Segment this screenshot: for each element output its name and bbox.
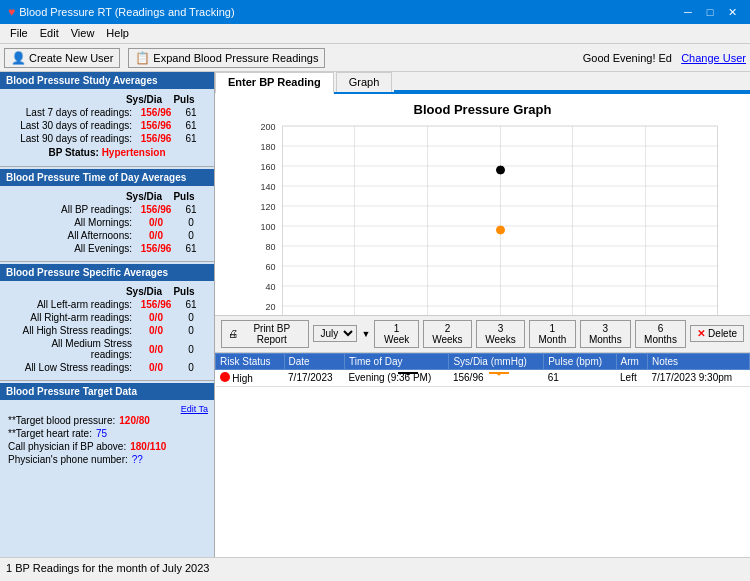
table-header-row: Risk Status Date Time of Day Sys/Dia (mm… — [216, 353, 750, 369]
svg-text:140: 140 — [260, 182, 275, 192]
create-new-user-button[interactable]: 👤 Create New User — [4, 48, 120, 68]
menu-help[interactable]: Help — [100, 26, 135, 41]
medium-stress-row: All Medium Stress readings: 0/0 0 — [6, 337, 208, 361]
tabs-bar: Enter BP Reading Graph — [215, 72, 750, 94]
graph-area: Blood Pressure Graph — [215, 94, 750, 315]
title-bar-controls: ─ □ ✕ — [678, 3, 742, 21]
svg-point-36 — [497, 166, 505, 174]
time-of-day-cell: Evening (9:36 PM) — [344, 369, 449, 386]
expand-icon: 📋 — [135, 51, 150, 65]
target-data-header: Blood Pressure Target Data — [0, 383, 214, 400]
left-arm-row: All Left-arm readings: 156/96 61 — [6, 298, 208, 311]
all-afternoons-row: All Afternoons: 0/0 0 — [6, 229, 208, 242]
app-icon: ♥ — [8, 5, 15, 19]
svg-text:160: 160 — [260, 162, 275, 172]
graph-title: Blood Pressure Graph — [223, 102, 742, 117]
col-date: Date — [284, 353, 344, 369]
pulse-cell: 61 — [544, 369, 616, 386]
specific-col-headers: Sys/Dia Puls — [6, 285, 208, 298]
specific-averages-content: Sys/Dia Puls All Left-arm readings: 156/… — [0, 281, 214, 378]
print-bp-report-button[interactable]: 🖨 Print BP Report — [221, 320, 309, 348]
3-weeks-button[interactable]: 3 Weeks — [476, 320, 525, 348]
toolbar: 👤 Create New User 📋 Expand Blood Pressur… — [0, 44, 750, 72]
col-risk-status: Risk Status — [216, 353, 285, 369]
target-data-content: Edit Ta **Target blood pressure: 120/80 … — [0, 400, 214, 470]
target-bp-row: **Target blood pressure: 120/80 — [6, 414, 208, 427]
1-month-button[interactable]: 1 Month — [529, 320, 576, 348]
menu-file[interactable]: File — [4, 26, 34, 41]
2-weeks-button[interactable]: 2 Weeks — [423, 320, 472, 348]
study-col-headers: Sys/Dia Puls — [6, 93, 208, 106]
close-button[interactable]: ✕ — [722, 3, 742, 21]
arm-cell: Left — [616, 369, 647, 386]
status-bar: 1 BP Readings for the month of July 2023 — [0, 557, 750, 577]
svg-text:20: 20 — [265, 302, 275, 312]
last-7-row: Last 7 days of readings: 156/96 61 — [6, 106, 208, 119]
readings-table-area: Risk Status Date Time of Day Sys/Dia (mm… — [215, 353, 750, 558]
dropdown-icon: ▼ — [361, 329, 370, 339]
risk-status-cell: High — [216, 369, 285, 386]
delete-x-icon: ✕ — [697, 328, 705, 339]
last-90-row: Last 90 days of readings: 156/96 61 — [6, 132, 208, 145]
left-panel: Blood Pressure Study Averages Sys/Dia Pu… — [0, 72, 215, 557]
table-row: High 7/17/2023 Evening (9:36 PM) 156/96 … — [216, 369, 750, 386]
expand-readings-button[interactable]: 📋 Expand Blood Pressure Readings — [128, 48, 325, 68]
col-arm: Arm — [616, 353, 647, 369]
bp-status-row: BP Status: Hypertension — [6, 145, 208, 160]
systolic-legend-icon — [398, 372, 418, 374]
svg-text:40: 40 — [265, 282, 275, 292]
title-bar-left: ♥ Blood Pressure RT (Readings and Tracki… — [8, 5, 235, 19]
low-stress-row: All Low Stress readings: 0/0 0 — [6, 361, 208, 374]
col-time-of-day: Time of Day — [344, 353, 449, 369]
controls-bar: 🖨 Print BP Report July ▼ 1 Week 2 Weeks … — [215, 315, 750, 353]
right-panel: Enter BP Reading Graph Blood Pressure Gr… — [215, 72, 750, 557]
toolbar-left: 👤 Create New User 📋 Expand Blood Pressur… — [4, 48, 325, 68]
study-averages-content: Sys/Dia Puls Last 7 days of readings: 15… — [0, 89, 214, 164]
delete-button[interactable]: ✕ Delete — [690, 325, 744, 342]
col-pulse: Pulse (bpm) — [544, 353, 616, 369]
edit-target-link[interactable]: Edit Ta — [6, 404, 208, 414]
all-evenings-row: All Evenings: 156/96 61 — [6, 242, 208, 255]
3-months-button[interactable]: 3 Months — [580, 320, 631, 348]
greeting-text: Good Evening! Ed — [583, 52, 672, 64]
svg-text:120: 120 — [260, 202, 275, 212]
menu-bar: File Edit View Help — [0, 24, 750, 44]
tab-graph[interactable]: Graph — [336, 72, 393, 92]
col-sys-dia: Sys/Dia (mmHg) — [449, 353, 544, 369]
maximize-button[interactable]: □ — [700, 3, 720, 21]
specific-averages-header: Blood Pressure Specific Averages — [0, 264, 214, 281]
readings-table: Risk Status Date Time of Day Sys/Dia (mm… — [215, 353, 750, 387]
svg-text:200: 200 — [260, 122, 275, 132]
menu-edit[interactable]: Edit — [34, 26, 65, 41]
time-of-day-content: Sys/Dia Puls All BP readings: 156/96 61 … — [0, 186, 214, 259]
high-stress-row: All High Stress readings: 0/0 0 — [6, 324, 208, 337]
tod-col-headers: Sys/Dia Puls — [6, 190, 208, 203]
all-mornings-row: All Mornings: 0/0 0 — [6, 216, 208, 229]
all-bp-row: All BP readings: 156/96 61 — [6, 203, 208, 216]
minimize-button[interactable]: ─ — [678, 3, 698, 21]
last-30-row: Last 30 days of readings: 156/96 61 — [6, 119, 208, 132]
physician-phone-row: Physician's phone number: ?? — [6, 453, 208, 466]
svg-text:60: 60 — [265, 262, 275, 272]
svg-text:180: 180 — [260, 142, 275, 152]
notes-cell: 7/17/2023 9:30pm — [648, 369, 750, 386]
risk-dot-red — [220, 372, 230, 382]
menu-view[interactable]: View — [65, 26, 101, 41]
diastolic-legend-icon — [489, 372, 509, 374]
toolbar-right: Good Evening! Ed Change User — [583, 52, 746, 64]
change-user-link[interactable]: Change User — [681, 52, 746, 64]
time-of-day-header: Blood Pressure Time of Day Averages — [0, 169, 214, 186]
month-select[interactable]: July — [313, 325, 357, 342]
1-week-button[interactable]: 1 Week — [374, 320, 419, 348]
date-cell: 7/17/2023 — [284, 369, 344, 386]
title-bar-text: Blood Pressure RT (Readings and Tracking… — [19, 6, 234, 18]
tab-enter-bp[interactable]: Enter BP Reading — [215, 72, 334, 94]
target-hr-row: **Target heart rate: 75 — [6, 427, 208, 440]
right-arm-row: All Right-arm readings: 0/0 0 — [6, 311, 208, 324]
user-icon: 👤 — [11, 51, 26, 65]
main-layout: Blood Pressure Study Averages Sys/Dia Pu… — [0, 72, 750, 557]
6-months-button[interactable]: 6 Months — [635, 320, 686, 348]
svg-text:100: 100 — [260, 222, 275, 232]
status-text: 1 BP Readings for the month of July 2023 — [6, 562, 209, 574]
svg-point-37 — [497, 226, 505, 234]
